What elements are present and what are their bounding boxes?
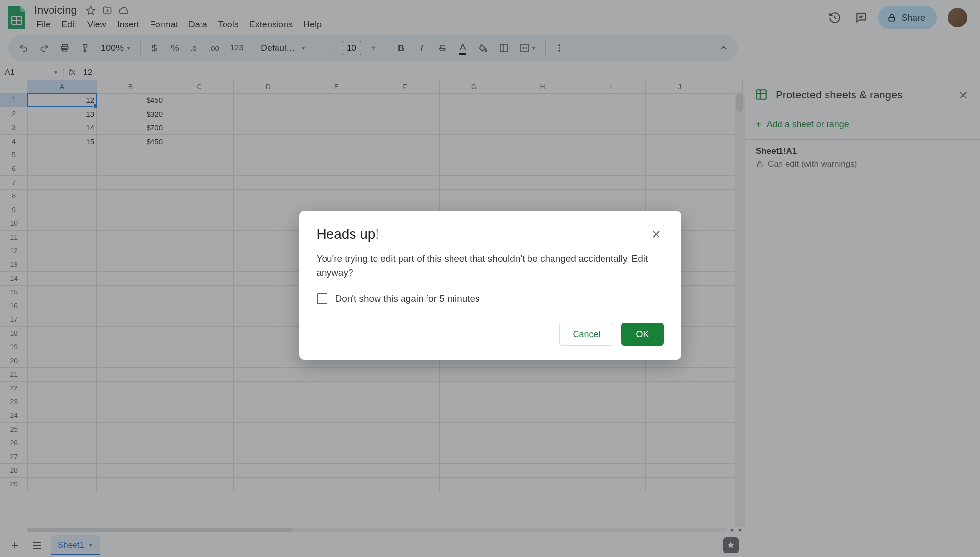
dialog-close-button[interactable] <box>649 227 664 242</box>
cancel-button[interactable]: Cancel <box>559 323 613 346</box>
dialog-title: Heads up! <box>317 226 379 242</box>
ok-button[interactable]: OK <box>621 323 663 346</box>
dialog-checkbox-row[interactable]: Don't show this again for 5 minutes <box>317 293 664 304</box>
checkbox-icon[interactable] <box>317 293 327 304</box>
checkbox-label: Don't show this again for 5 minutes <box>335 293 480 304</box>
modal-overlay: Heads up! You're trying to edit part of … <box>0 0 980 557</box>
warning-dialog: Heads up! You're trying to edit part of … <box>299 211 681 360</box>
dialog-body: You're trying to edit part of this sheet… <box>317 252 664 280</box>
